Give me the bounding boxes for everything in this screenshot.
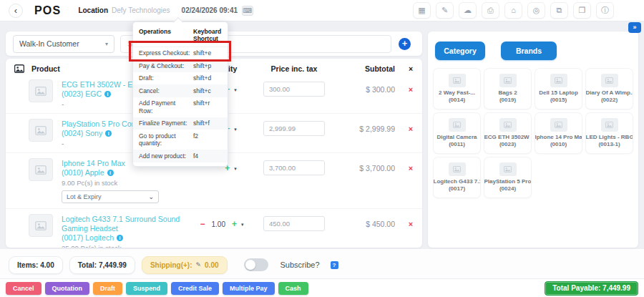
grid-product-code: (0019): [499, 97, 516, 104]
grid-product-name: 2 Way Fast-...: [439, 89, 475, 97]
product-image-placeholder: [449, 162, 466, 176]
price-input[interactable]: [263, 216, 325, 231]
catalog-product-card[interactable]: Dell 15 Laptop (0015): [535, 69, 582, 109]
popover-operation-label: Add new product:: [139, 152, 190, 160]
catalog-product-card[interactable]: Iphone 14 Pro Max (0010): [535, 113, 582, 153]
quantity-options-caret-icon[interactable]: ▾: [241, 220, 244, 228]
remove-row-button[interactable]: ×: [399, 119, 422, 133]
product-image-placeholder: [29, 214, 53, 237]
operations-column-header: Operations: [139, 28, 190, 43]
expand-panel-button[interactable]: »: [628, 22, 641, 33]
action-draft-button[interactable]: Draft: [93, 282, 122, 295]
popover-shortcut-value: f4: [193, 152, 222, 160]
location-value: Defy Technologies: [112, 6, 170, 14]
quantity-value: 1.00: [212, 220, 225, 228]
action-multiple-pay-button[interactable]: Multiple Pay: [223, 282, 275, 295]
keyboard-shortcuts-icon[interactable]: ⌨: [242, 6, 253, 16]
lot-expiry-value: Lot & Expiry: [67, 193, 148, 200]
catalog-product-card[interactable]: Diary Of A Wimp... (0022): [586, 69, 633, 109]
action-cash-button[interactable]: Cash: [278, 282, 308, 295]
product-info-icon[interactable]: i: [104, 91, 111, 97]
product-image-placeholder: [550, 74, 567, 87]
toggle-knob: [245, 260, 255, 270]
product-code: (0010) Apple: [62, 168, 104, 177]
subscribe-info-icon[interactable]: ?: [331, 261, 338, 269]
sales-note-icon[interactable]: ✎: [436, 2, 454, 19]
price-input[interactable]: [263, 160, 325, 175]
remove-row-button[interactable]: ×: [399, 158, 422, 172]
catalog-product-card[interactable]: Bags 2 (0019): [484, 69, 531, 109]
total-payable-button[interactable]: Total Payable: 7,449.99: [545, 281, 638, 296]
subscribe-toggle[interactable]: [244, 258, 268, 271]
grid-product-name: ECG ETH 3502W -..: [484, 134, 531, 141]
grid-product-code: (0022): [601, 97, 618, 104]
quantity-increase-button[interactable]: +: [232, 220, 237, 228]
popover-shortcut-value: shift+p: [193, 62, 222, 70]
catalog-product-card[interactable]: Digital Camera (0011): [434, 113, 480, 153]
product-info-icon[interactable]: i: [117, 235, 123, 241]
popover-shortcut-value: shift+r: [193, 99, 222, 115]
product-code: (0023) EGC: [62, 89, 102, 99]
brands-button[interactable]: Brands: [501, 42, 557, 60]
remove-row-button[interactable]: ×: [399, 214, 422, 228]
grid-product-code: (0015): [550, 97, 567, 104]
grid-product-name: Iphone 14 Pro Max: [535, 134, 582, 141]
catalog-product-card[interactable]: Logitech G433 7.1.. (0017): [434, 157, 480, 198]
popover-shortcut-value: shift+e: [193, 49, 222, 57]
edit-pencil-icon[interactable]: ✎: [196, 261, 202, 268]
quantity-options-caret-icon[interactable]: ▾: [234, 165, 237, 172]
product-image-placeholder: [29, 79, 53, 102]
cash-register-icon[interactable]: ⎙: [482, 2, 499, 19]
customer-select-value: Walk-In Customer: [19, 39, 105, 48]
quantity-options-caret-icon[interactable]: ▾: [234, 125, 237, 132]
back-button[interactable]: ‹: [9, 4, 23, 18]
product-info-icon[interactable]: i: [107, 170, 114, 176]
popover-shortcut-value: f2: [193, 132, 222, 147]
info-icon[interactable]: ⓘ: [596, 2, 614, 19]
quantity-decrease-button[interactable]: −: [200, 220, 205, 228]
grid-product-code: (0010): [550, 141, 567, 148]
lot-expiry-select[interactable]: Lot & Expiry ⌄: [62, 190, 159, 203]
action-bar: CancelQuotationDraftSuspendCredit SaleMu…: [0, 278, 644, 297]
action-quotation-button[interactable]: Quotation: [45, 282, 90, 295]
price-input[interactable]: [263, 121, 325, 136]
action-buttons: CancelQuotationDraftSuspendCredit SaleMu…: [6, 282, 308, 295]
row-subtotal: $ 3,700.00: [329, 158, 399, 172]
catalog-product-card[interactable]: 2 Way Fast-... (0014): [434, 69, 480, 109]
price-input[interactable]: [263, 82, 325, 97]
grid-product-code: (0014): [449, 97, 465, 104]
catalog-product-card[interactable]: ECG ETH 3502W -.. (0023): [484, 113, 531, 153]
customer-select[interactable]: Walk-In Customer ▾: [13, 35, 114, 53]
cloud-sync-icon[interactable]: ☁: [459, 2, 477, 19]
product-image-placeholder: [550, 118, 567, 132]
catalog-product-card[interactable]: PlayStation 5 Pro.. (0024): [484, 157, 531, 198]
category-button[interactable]: Category: [435, 42, 485, 60]
datetime-display: 02/24/2026 09:41: [182, 6, 238, 14]
product-code: (0017) Logitech: [62, 233, 114, 243]
page-title: POS: [34, 4, 61, 17]
product-image-placeholder: [601, 74, 618, 87]
chevron-down-icon: ▾: [105, 41, 108, 47]
price-column-header: Price inc. tax: [259, 64, 329, 73]
register-grid-icon[interactable]: ▦: [413, 2, 431, 19]
refresh-target-icon[interactable]: ◎: [527, 2, 545, 19]
remove-row-button[interactable]: ×: [399, 79, 422, 94]
action-suspend-button[interactable]: Suspend: [126, 282, 167, 295]
remove-column-header: ×: [399, 64, 422, 73]
multi-window-icon[interactable]: ❐: [573, 2, 591, 19]
catalog-product-card[interactable]: LED Lights - RBG (0013-1): [586, 113, 633, 153]
keyboard-shortcuts-popover: Operations Keyboard Shortcut Express Che…: [132, 21, 228, 167]
summary-bar: Items: 4.00 Total: 7,449.99 Shipping(+):…: [0, 252, 644, 278]
popover-row: Draft: shift+d: [133, 72, 228, 85]
row-subtotal: $ 450.00: [329, 214, 399, 228]
fullscreen-icon[interactable]: ⧉: [550, 2, 568, 19]
action-credit-sale-button[interactable]: Credit Sale: [171, 282, 219, 295]
product-info-icon[interactable]: i: [105, 130, 112, 137]
add-product-plus-icon[interactable]: +: [399, 38, 411, 50]
store-home-icon[interactable]: ⌂: [504, 2, 522, 19]
popover-row: Pay & Checkout: shift+p: [133, 59, 228, 72]
quantity-options-caret-icon[interactable]: ▾: [234, 86, 237, 93]
action-cancel-button[interactable]: Cancel: [6, 282, 42, 295]
product-image-placeholder: [601, 118, 618, 132]
product-name[interactable]: Logitech G433 7.1 Surround Sound Gaming …: [62, 215, 185, 233]
